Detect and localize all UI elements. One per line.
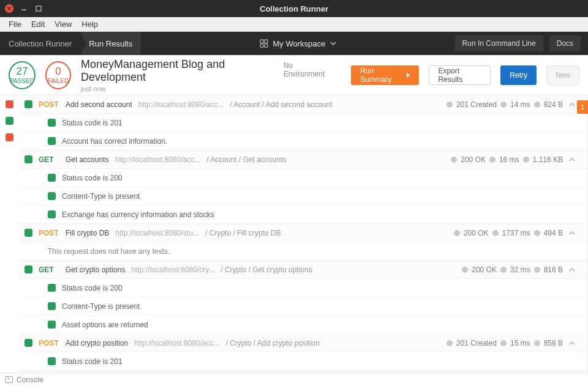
window-title: Collection Runner <box>0 4 588 13</box>
request-row[interactable]: POSTFill crypto DBhttp://localhost:8080/… <box>18 224 587 242</box>
breadcrumb-results[interactable]: Run Results <box>80 32 141 55</box>
status-square-icon <box>48 119 56 127</box>
console-icon <box>5 376 13 383</box>
arrow-right-icon <box>407 73 410 78</box>
menu-help[interactable]: Help <box>77 20 103 29</box>
run-summary-button[interactable]: Run Summary <box>351 65 420 85</box>
request-meta: 201 Created15 ms858 B <box>447 339 563 347</box>
request-path: / Account / Add second account <box>230 100 440 109</box>
close-icon[interactable] <box>5 4 13 13</box>
iteration-marker[interactable] <box>6 133 13 141</box>
test-name: Status code is 201 <box>62 357 123 366</box>
test-name: Status code is 200 <box>62 174 123 182</box>
svg-rect-0 <box>36 6 41 11</box>
request-path: / Crypto / Add crypto position <box>225 339 440 347</box>
collapse-toggle[interactable] <box>569 340 581 346</box>
run-title-block: MoneyManagement Blog and Development jus… <box>81 58 274 92</box>
test-name: Content-Type is present <box>62 192 140 201</box>
no-tests-message: This request does not have any tests. <box>18 242 587 261</box>
top-nav: Collection Runner Run Results My Workspa… <box>0 32 588 55</box>
request-row[interactable]: GETGet accountshttp://localhost:8080/acc… <box>18 150 587 169</box>
request-row[interactable]: GETGet crypto optionshttp://localhost:80… <box>18 261 587 279</box>
test-row: Exchange has currency information and st… <box>18 206 587 224</box>
request-path: / Account / Get accounts <box>206 155 445 164</box>
minimize-icon[interactable] <box>20 4 28 13</box>
failed-label: FAILED <box>48 78 69 84</box>
console-footer[interactable]: Console <box>0 373 588 386</box>
status-square-icon <box>24 100 32 108</box>
results-body: POSTAdd second accounthttp://localhost:8… <box>0 95 588 373</box>
test-name: Exchange has currency information and st… <box>62 210 214 219</box>
svg-rect-4 <box>265 44 268 47</box>
iteration-side-tab[interactable]: 1 <box>577 100 588 114</box>
test-row: Status code is 201 <box>18 352 587 371</box>
meta-dot-icon <box>534 340 540 346</box>
passed-count: 27 <box>16 65 28 78</box>
meta-dot-icon <box>462 267 468 273</box>
docs-button[interactable]: Docs <box>549 35 581 51</box>
request-meta: 200 OK1737 ms494 B <box>454 229 563 237</box>
test-row: Status code is 201 <box>18 114 587 132</box>
new-button[interactable]: New <box>546 65 579 85</box>
menu-file[interactable]: File <box>4 20 26 29</box>
meta-dot-icon <box>534 102 540 108</box>
meta-dot-icon <box>489 157 496 163</box>
failed-count: 0 <box>55 65 61 78</box>
os-titlebar: Collection Runner <box>0 0 588 17</box>
menu-edit[interactable]: Edit <box>26 20 50 29</box>
collapse-toggle[interactable] <box>569 157 581 163</box>
http-method: GET <box>39 265 59 274</box>
meta-dot-icon <box>523 157 529 163</box>
workspace-icon <box>260 39 268 48</box>
iteration-marker[interactable] <box>6 100 13 108</box>
meta-dot-icon <box>500 267 507 273</box>
test-row: Content-Type is present <box>18 187 587 206</box>
http-method: POST <box>39 100 59 109</box>
status-square-icon <box>48 357 56 365</box>
status-square-icon <box>48 302 56 310</box>
passed-label: PASSED <box>10 78 34 84</box>
meta-dot-icon <box>447 340 453 346</box>
request-url: http://localhost:8080/acc... <box>115 155 200 164</box>
test-row: Account has correct information. <box>18 132 587 150</box>
collapse-toggle[interactable] <box>569 267 581 273</box>
export-results-button[interactable]: Export Results <box>429 65 491 85</box>
collapse-toggle[interactable] <box>569 230 581 236</box>
meta-dot-icon <box>447 102 453 108</box>
request-url: http://localhost:8080/acc... <box>134 339 219 347</box>
request-name: Add crypto position <box>66 339 128 347</box>
test-row: Status code is 200 <box>18 169 587 187</box>
status-square-icon <box>48 192 56 200</box>
menu-view[interactable]: View <box>50 20 77 29</box>
workspace-selector[interactable]: My Workspace <box>141 39 454 48</box>
svg-rect-3 <box>260 44 263 47</box>
test-name: Account has correct information. <box>62 137 167 146</box>
chevron-down-icon <box>330 40 336 46</box>
test-row: Content-Type is present <box>18 297 587 316</box>
environment-label: No Environment <box>284 61 331 78</box>
retry-button[interactable]: Retry <box>500 65 537 85</box>
status-square-icon <box>48 174 56 182</box>
request-meta: 200 OK16 ms1.116 KB <box>451 155 563 164</box>
meta-dot-icon <box>500 340 507 346</box>
status-square-icon <box>48 284 56 292</box>
run-commandline-button[interactable]: Run In Command Line <box>455 35 543 51</box>
test-name: Status code is 200 <box>62 284 123 292</box>
status-square-icon <box>24 339 32 347</box>
failed-counter: 0 FAILED <box>45 61 71 89</box>
status-square-icon <box>24 155 32 163</box>
maximize-icon[interactable] <box>34 4 43 13</box>
passed-counter: 27 PASSED <box>9 61 36 89</box>
request-path: / Crypto / Fill crypto DB <box>205 229 448 237</box>
breadcrumb-runner[interactable]: Collection Runner <box>0 32 80 55</box>
status-square-icon <box>24 229 32 237</box>
request-row[interactable]: POSTAdd crypto positionhttp://localhost:… <box>18 334 587 352</box>
request-name: Add second account <box>66 100 132 109</box>
meta-dot-icon <box>500 102 507 108</box>
meta-dot-icon <box>451 157 457 163</box>
meta-dot-icon <box>492 230 499 236</box>
request-row[interactable]: POSTAdd second accounthttp://localhost:8… <box>18 95 587 114</box>
console-label: Console <box>17 376 43 384</box>
iteration-marker[interactable] <box>6 117 13 125</box>
test-row: Asset options are returned <box>18 316 587 334</box>
